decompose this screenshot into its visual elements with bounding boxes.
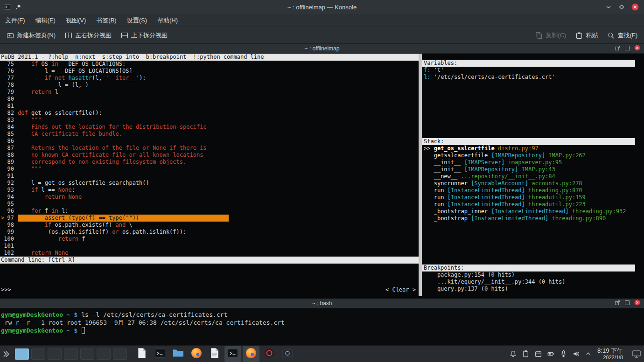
pager-desktop-6[interactable] xyxy=(97,348,111,360)
source-line-81[interactable]: 81 xyxy=(0,103,419,110)
source-line-75[interactable]: 75 if OS in __DEF_OS_LOCATIONS: xyxy=(0,61,419,68)
source-line-89[interactable]: 89 correspond to non-existing filesystem… xyxy=(0,159,419,166)
taskbar-app-new-document[interactable] xyxy=(133,346,150,362)
source-line-85[interactable]: 85 CA certificate file bundle. xyxy=(0,131,419,138)
source-line-79[interactable]: 79 return l xyxy=(0,89,419,96)
source-line-82[interactable]: 82def get_os_sslcertfile(): xyxy=(0,110,419,117)
menu-item-3[interactable]: 书签(B) xyxy=(91,14,121,27)
source-line-84[interactable]: 84 Finds out the location for the distri… xyxy=(0,124,419,131)
view-detach-icon[interactable] xyxy=(615,45,620,52)
source-line-95[interactable]: 95 xyxy=(0,201,419,208)
taskbar-app-screenshot-tool[interactable] xyxy=(279,346,296,362)
source-line-101[interactable]: 101 xyxy=(0,243,419,250)
toolbar-split-topbottom-button[interactable]: 上下拆分视图 xyxy=(116,28,172,42)
source-line-94[interactable]: 94 return None xyxy=(0,194,419,201)
microphone-icon[interactable] xyxy=(560,350,567,358)
view-close-icon[interactable] xyxy=(634,45,640,52)
view-detach-icon[interactable] xyxy=(615,300,620,307)
source-line-91[interactable]: 91 xyxy=(0,173,419,180)
taskbar-app-firefox[interactable] xyxy=(188,346,205,362)
toolbar-search-button[interactable]: 查找(F) xyxy=(602,28,642,42)
source-line-78[interactable]: 78 l = (l, ) xyxy=(0,82,419,89)
source-scrollbar[interactable] xyxy=(419,54,422,296)
pin-icon[interactable] xyxy=(15,4,21,10)
menu-item-2[interactable]: 视图(V) xyxy=(61,14,91,27)
toolbar-split-leftright-button[interactable]: 左右拆分视图 xyxy=(60,28,116,42)
calendar-icon[interactable] xyxy=(534,350,542,358)
pager-desktop-4[interactable] xyxy=(64,348,78,360)
source-line-83[interactable]: 83 """ xyxy=(0,117,419,124)
stack-frame[interactable]: run [InstanceLimitedThread] threadutil.p… xyxy=(422,194,644,201)
variable-item[interactable]: f: 't' xyxy=(422,67,644,74)
source-line-99[interactable]: 99 (os.path.isfile(f) or os.path.islink(… xyxy=(0,229,419,236)
source-line-100[interactable]: 100 return f xyxy=(0,236,419,243)
source-line-96[interactable]: 96 for f in l: xyxy=(0,208,419,215)
source-line-90[interactable]: 90 """ xyxy=(0,166,419,173)
battery-icon[interactable] xyxy=(547,350,555,358)
source-line-76[interactable]: 76 l = __DEF_OS_LOCATIONS[OS] xyxy=(0,68,419,75)
taskbar-app-media-player[interactable] xyxy=(261,346,278,362)
taskbar-app-konsole[interactable] xyxy=(224,346,241,362)
window-titlebar[interactable]: ~ : offlineimap — Konsole xyxy=(0,0,644,14)
stack-frame[interactable]: __init__ [IMAPServer] imapserver.py:95 xyxy=(422,159,644,166)
breakpoint-item[interactable]: ...kit/equery/__init__.py:344 (0 hits) xyxy=(422,278,644,285)
pudb-command-line[interactable]: Command line: [Ctrl-X] xyxy=(0,257,419,264)
bash-terminal[interactable]: gym@gymDeskGentoo ~ $ ls -l /etc/ssl/cer… xyxy=(0,308,644,345)
stack-frame[interactable]: run [InstanceLimitedThread] threading.py… xyxy=(422,187,644,194)
pager-desktop-7[interactable] xyxy=(113,348,127,360)
show-desktop-button[interactable] xyxy=(628,348,641,361)
taskbar-app-file-manager[interactable] xyxy=(170,346,187,362)
stack-frame[interactable]: _bootstrap [InstanceLimitedThread] threa… xyxy=(422,215,644,222)
stack-frame[interactable]: syncrunner [SyncableAccount] accounts.py… xyxy=(422,180,644,187)
clock[interactable]: 8:19 下午 2022/1/8 xyxy=(597,347,623,361)
clipboard-icon[interactable] xyxy=(522,350,530,358)
panel-expand-icon[interactable] xyxy=(2,350,10,358)
taskbar-app-firefox-window[interactable] xyxy=(243,346,259,362)
source-view[interactable]: 75 if OS in __DEF_OS_LOCATIONS:76 l = __… xyxy=(0,61,419,257)
stack-frame[interactable]: getsslcacertfile [IMAPRepository] IMAP.p… xyxy=(422,152,644,159)
menu-item-0[interactable]: 文件(F) xyxy=(0,14,30,27)
toolbar-copy-button[interactable]: 复制(C) xyxy=(531,28,571,42)
menu-item-4[interactable]: 设置(S) xyxy=(122,14,152,27)
source-line-87[interactable]: 87 Returns the location of the file or N… xyxy=(0,145,419,152)
source-line-97[interactable]: >97 assert (type(f) == type("")) xyxy=(0,215,419,222)
volume-icon[interactable] xyxy=(572,350,580,358)
view-maximize-icon[interactable] xyxy=(624,45,630,52)
menu-item-1[interactable]: 编辑(E) xyxy=(30,14,61,27)
stack-frame[interactable]: run [InstanceLimitedThread] threadutil.p… xyxy=(422,201,644,208)
pager-desktop-1[interactable] xyxy=(15,348,29,360)
view-close-icon[interactable] xyxy=(634,299,640,307)
pudb-console[interactable]: >>> < Clear > xyxy=(0,264,419,296)
source-line-80[interactable]: 80 xyxy=(0,96,419,103)
source-line-92[interactable]: 92 l = get_os_sslcertfile_searchpath() xyxy=(0,180,419,187)
breakpoint-item[interactable]: query.py:137 (0 hits) xyxy=(422,285,644,292)
source-line-93[interactable]: 93 if l == None: xyxy=(0,187,419,194)
toolbar-new-tab-button[interactable]: 新建标签页(N) xyxy=(2,28,60,42)
breakpoint-item[interactable]: package.py:154 (0 hits) xyxy=(422,272,644,278)
taskbar-app-terminal-emulator[interactable] xyxy=(152,346,168,362)
stack-frame[interactable]: >> get_os_sslcertfile distro.py:97 xyxy=(422,145,644,152)
stack-frame[interactable]: __init__ [IMAPRepository] IMAP.py:43 xyxy=(422,166,644,173)
console-prompt[interactable]: >>> xyxy=(1,286,11,293)
taskbar-app-text-editor[interactable] xyxy=(206,346,223,362)
bell-icon[interactable] xyxy=(509,350,517,358)
source-line-86[interactable]: 86 xyxy=(0,138,419,145)
maximize-icon[interactable] xyxy=(618,3,625,11)
source-line-77[interactable]: 77 if not hasattr(l, '__iter__'): xyxy=(0,75,419,82)
stack-frame[interactable]: __new__ ...repository/__init__.py:84 xyxy=(422,173,644,180)
source-line-88[interactable]: 88 no known CA certificate file or all k… xyxy=(0,152,419,159)
stack-frame[interactable]: _bootstrap_inner [InstanceLimitedThread]… xyxy=(422,208,644,215)
minimize-icon[interactable] xyxy=(605,3,612,11)
pager-desktop-3[interactable] xyxy=(48,348,62,360)
pager-desktop-5[interactable] xyxy=(80,348,94,360)
source-line-102[interactable]: 102 return None xyxy=(0,250,419,257)
toolbar-paste-button[interactable]: 粘贴 xyxy=(571,28,602,42)
pager-desktop-2[interactable] xyxy=(31,348,45,360)
view-maximize-icon[interactable] xyxy=(624,300,630,307)
variable-item[interactable]: l: '/etc/ssl/certs/ca-certificates.crt' xyxy=(422,74,644,81)
source-line-98[interactable]: 98 if os.path.exists(f) and \ xyxy=(0,222,419,229)
clear-button[interactable]: < Clear > xyxy=(385,286,416,293)
menu-item-5[interactable]: 帮助(H) xyxy=(152,14,183,27)
chevron-up-icon[interactable] xyxy=(585,350,592,357)
close-icon[interactable] xyxy=(631,3,639,11)
